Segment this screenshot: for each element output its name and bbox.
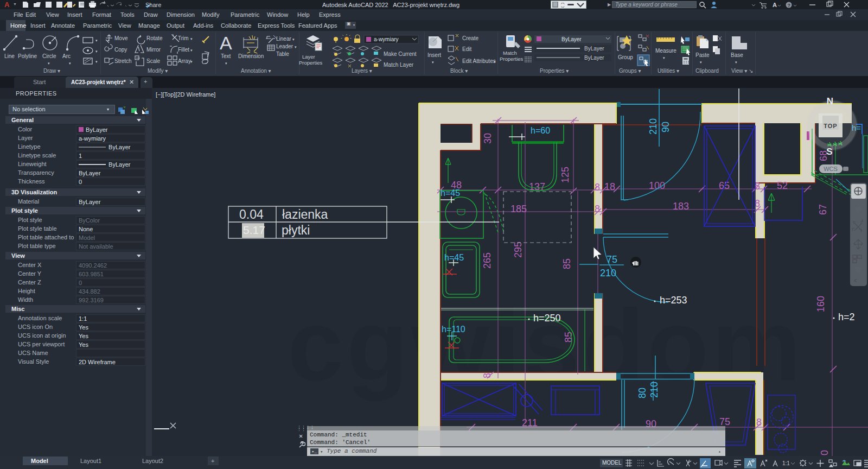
svg-text:Paste: Paste [695, 52, 710, 58]
svg-text:Fillet: Fillet [178, 47, 189, 53]
svg-text:265: 265 [482, 252, 493, 269]
svg-text:1:1: 1:1 [782, 460, 790, 466]
svg-text:Group: Group [618, 54, 633, 60]
svg-text:0.04: 0.04 [239, 207, 264, 221]
svg-text:Dimension: Dimension [238, 53, 264, 59]
svg-text:▾: ▾ [190, 37, 193, 41]
svg-text:Match: Match [503, 50, 517, 56]
svg-text:Base: Base [731, 52, 743, 58]
svg-text:80: 80 [637, 388, 648, 398]
svg-text:Linear: Linear [276, 36, 291, 42]
svg-text:A: A [220, 33, 232, 53]
svg-text:Edit: Edit [462, 46, 471, 52]
svg-text:▾: ▾ [432, 60, 434, 64]
svg-text:Move: Move [114, 35, 128, 41]
svg-text:A: A [773, 2, 777, 8]
svg-text:Properties: Properties [299, 60, 323, 66]
svg-text:8: 8 [595, 182, 600, 193]
svg-text:h=60: h=60 [531, 126, 550, 135]
svg-text:67: 67 [818, 204, 828, 215]
svg-text:h=250: h=250 [533, 313, 561, 324]
svg-text:Make Current: Make Current [384, 51, 417, 57]
svg-text:ByLayer: ByLayer [584, 55, 604, 61]
svg-text:?: ? [788, 3, 791, 8]
svg-text:52: 52 [777, 180, 788, 191]
svg-text:Array: Array [178, 58, 191, 64]
svg-text:▾: ▾ [700, 60, 702, 64]
svg-text:185: 185 [510, 204, 527, 214]
svg-text:Table: Table [276, 51, 289, 57]
svg-text:Line: Line [4, 53, 15, 59]
svg-text:85: 85 [561, 258, 572, 269]
svg-text:h=45: h=45 [444, 253, 464, 262]
svg-text:Circle: Circle [42, 53, 56, 59]
svg-text:h=253: h=253 [660, 295, 687, 306]
svg-text:płytki: płytki [282, 223, 310, 237]
svg-text:▾: ▾ [190, 60, 193, 64]
svg-text:Create: Create [462, 35, 478, 41]
svg-text:Properties: Properties [500, 56, 524, 62]
svg-text:295: 295 [513, 242, 524, 258]
svg-text:75: 75 [719, 416, 730, 427]
svg-text:▾: ▾ [292, 37, 295, 41]
svg-text:▾: ▾ [295, 45, 297, 49]
svg-text:125: 125 [560, 167, 571, 183]
svg-text:183: 183 [673, 201, 689, 212]
svg-text:85: 85 [563, 332, 574, 343]
svg-text:8: 8 [482, 373, 493, 378]
svg-text:▾: ▾ [48, 61, 50, 65]
svg-text:h=45: h=45 [441, 188, 460, 198]
svg-text:30: 30 [482, 133, 493, 144]
svg-text:Text: Text [221, 53, 231, 59]
svg-text:▾: ▾ [190, 48, 193, 52]
svg-text:Measure: Measure [655, 48, 676, 54]
svg-text:8: 8 [756, 417, 762, 428]
svg-text:Copy: Copy [114, 47, 127, 53]
svg-text:Polyline: Polyline [18, 53, 37, 59]
svg-text:18: 18 [604, 181, 615, 192]
svg-text:0: 0 [819, 450, 830, 455]
svg-text:210: 210 [648, 118, 659, 135]
svg-text:h=2: h=2 [838, 312, 855, 322]
svg-text:ByLayer: ByLayer [561, 36, 582, 42]
svg-text:Leader: Leader [276, 43, 293, 49]
svg-text:90: 90 [660, 122, 671, 132]
svg-text:WCS: WCS [824, 166, 838, 172]
svg-text:h=110: h=110 [442, 325, 465, 334]
svg-text:8: 8 [595, 204, 600, 214]
svg-text:S: S [826, 147, 832, 157]
svg-text:Edit Attributes: Edit Attributes [462, 58, 496, 64]
svg-text:75: 75 [607, 254, 617, 265]
svg-text:Insert: Insert [427, 52, 441, 58]
svg-text:▾: ▾ [95, 49, 98, 53]
svg-text:▾: ▾ [225, 61, 227, 65]
svg-text:Match Layer: Match Layer [384, 62, 414, 68]
svg-text:Stretch: Stretch [114, 58, 132, 64]
svg-text:a-wymiary: a-wymiary [374, 36, 399, 42]
svg-text:▾: ▾ [69, 61, 71, 65]
svg-text:5.17: 5.17 [243, 224, 265, 236]
svg-text:Rotate: Rotate [146, 35, 163, 41]
svg-text:Mirror: Mirror [146, 47, 161, 53]
svg-text:▾: ▾ [494, 60, 496, 64]
svg-text:▾: ▾ [95, 39, 98, 42]
svg-text:▾: ▾ [95, 60, 98, 64]
svg-text:łazienka: łazienka [282, 207, 328, 221]
svg-text:▾: ▾ [735, 60, 737, 64]
svg-text:▾: ▾ [663, 56, 665, 60]
svg-text:N: N [827, 96, 833, 106]
svg-text:Scale: Scale [146, 58, 160, 64]
svg-text:Layer: Layer [302, 54, 315, 60]
svg-text:210: 210 [600, 268, 616, 278]
svg-text:65: 65 [719, 180, 730, 191]
svg-text:Trim: Trim [178, 35, 189, 41]
svg-text:Arc: Arc [62, 53, 71, 59]
svg-text:ByLayer: ByLayer [584, 46, 604, 52]
svg-text:[−][Top][2D Wireframe]: [−][Top][2D Wireframe] [156, 91, 215, 98]
svg-text:↘↙: ↘↙ [560, 5, 565, 8]
svg-text:160: 160 [815, 296, 826, 312]
svg-text:210: 210 [649, 382, 660, 398]
svg-text:TOP: TOP [824, 123, 837, 129]
svg-text:cgwisdom: cgwisdom [288, 289, 805, 401]
